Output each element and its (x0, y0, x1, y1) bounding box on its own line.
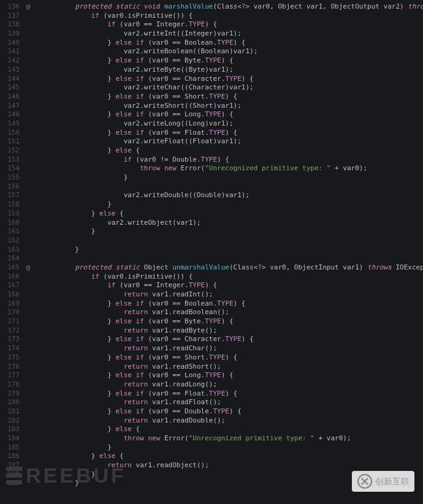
code-line[interactable]: } else if (var0 == Double.TYPE) { (34, 407, 423, 416)
code-line[interactable]: throw new Error("Unrecognized primitive … (34, 164, 423, 173)
line-number: 188 (0, 470, 20, 480)
line-number: 171 (0, 317, 20, 326)
code-line[interactable]: } (34, 246, 423, 255)
gutter-marker (22, 407, 34, 416)
gutter-marker (22, 47, 34, 56)
code-line[interactable]: var2.writeDouble((Double)var1); (34, 191, 423, 200)
code-line[interactable]: var2.writeInt((Integer)var1); (34, 29, 423, 39)
code-line[interactable]: if (var0 == Integer.TYPE) { (34, 281, 423, 290)
line-number: 167 (0, 281, 20, 290)
code-line[interactable]: if (var0.isPrimitive()) { (34, 12, 423, 21)
line-number: 142 (0, 56, 20, 66)
code-line[interactable]: var2.writeByte((Byte)var1); (34, 66, 423, 75)
code-line[interactable]: } (34, 443, 423, 453)
line-number: 187 (0, 461, 20, 470)
code-line[interactable]: } (34, 227, 423, 236)
code-line[interactable]: } else if (var0 == Boolean.TYPE) { (34, 39, 423, 48)
code-line[interactable]: return var1.readShort(); (34, 363, 423, 372)
code-line[interactable]: return var1.readByte(); (34, 326, 423, 336)
gutter-marker (22, 66, 34, 75)
code-line[interactable]: return var1.readInt(); (34, 290, 423, 299)
gutter-marker (22, 102, 34, 111)
gutter-marker (22, 182, 34, 192)
code-line[interactable]: } (34, 470, 423, 480)
code-line[interactable]: return var1.readChar(); (34, 344, 423, 353)
code-line[interactable]: } (34, 173, 423, 182)
line-number: 169 (0, 299, 20, 309)
code-line[interactable]: } else if (var0 == Byte.TYPE) { (34, 317, 423, 326)
gutter-marker (22, 452, 34, 461)
line-number: 181 (0, 407, 20, 416)
gutter-marker (22, 335, 34, 344)
gutter-marker (22, 461, 34, 470)
code-line[interactable] (34, 236, 423, 246)
line-number: 146 (0, 92, 20, 102)
code-line[interactable]: } else if (var0 == Short.TYPE) { (34, 353, 423, 363)
code-line[interactable]: return var1.readBoolean(); (34, 308, 423, 317)
line-number: 156 (0, 182, 20, 192)
code-line[interactable]: return var1.readDouble(); (34, 416, 423, 426)
code-line[interactable]: } else if (var0 == Float.TYPE) { (34, 129, 423, 138)
line-number: 159 (0, 209, 20, 219)
code-line[interactable]: if (var0 != Double.TYPE) { (34, 156, 423, 165)
line-number: 139 (0, 29, 20, 39)
code-line[interactable]: } else { (34, 146, 423, 156)
code-line[interactable]: var2.writeLong((Long)var1); (34, 119, 423, 129)
code-line[interactable]: var2.writeObject(var1); (34, 219, 423, 228)
code-line[interactable]: throw new Error("Unrecognized primitive … (34, 434, 423, 443)
code-line[interactable]: return var1.readFloat(); (34, 398, 423, 407)
gutter-marker (22, 227, 34, 236)
code-line[interactable]: return var1.readObject(); (34, 461, 423, 470)
code-line[interactable]: } else if (var0 == Byte.TYPE) { (34, 56, 423, 66)
code-line[interactable]: protected static void marshalValue(Class… (34, 2, 423, 12)
code-line[interactable]: protected static Object unmarshalValue(C… (34, 263, 423, 273)
line-number: 144 (0, 75, 20, 84)
code-line[interactable] (34, 182, 423, 192)
code-line[interactable]: return var1.readLong(); (34, 380, 423, 389)
code-line[interactable]: var2.writeFloat((Float)var1); (34, 137, 423, 146)
line-number: 176 (0, 363, 20, 372)
code-line[interactable]: if (var0 == Integer.TYPE) { (34, 20, 423, 29)
line-number: 172 (0, 326, 20, 336)
code-line[interactable]: } else if (var0 == Float.TYPE) { (34, 389, 423, 399)
line-number: 149 (0, 119, 20, 129)
code-line[interactable]: } else { (34, 425, 423, 434)
line-number: 177 (0, 371, 20, 380)
gutter-marker (22, 443, 34, 453)
code-line[interactable]: var2.writeShort((Short)var1); (34, 102, 423, 111)
gutter-marker (22, 146, 34, 156)
code-line[interactable]: var2.writeBoolean((Boolean)var1); (34, 47, 423, 56)
code-line[interactable] (34, 254, 423, 263)
code-line[interactable]: } else if (var0 == Long.TYPE) { (34, 110, 423, 119)
line-number: 168 (0, 290, 20, 299)
code-line[interactable]: } (34, 200, 423, 209)
code-line[interactable]: } else if (var0 == Character.TYPE) { (34, 75, 423, 84)
gutter-marker (22, 75, 34, 84)
code-line[interactable]: var2.writeChar((Character)var1); (34, 83, 423, 92)
code-area[interactable]: protected static void marshalValue(Class… (34, 0, 423, 504)
gutter-marker (22, 56, 34, 66)
code-editor[interactable]: 1361371381391401411421431441451461471481… (0, 0, 423, 504)
line-number: 155 (0, 173, 20, 182)
gutter-marker (22, 254, 34, 263)
code-line[interactable]: } else if (var0 == Short.TYPE) { (34, 92, 423, 102)
line-number: 154 (0, 164, 20, 173)
line-number: 183 (0, 425, 20, 434)
code-line[interactable]: } else { (34, 452, 423, 461)
gutter-marker (22, 20, 34, 29)
line-number: 166 (0, 273, 20, 282)
line-number: 158 (0, 200, 20, 209)
code-line[interactable]: } else { (34, 209, 423, 219)
line-number: 151 (0, 137, 20, 146)
gutter-marker (22, 12, 34, 21)
line-number: 182 (0, 416, 20, 426)
gutter-marker (22, 219, 34, 228)
gutter-marker (22, 425, 34, 434)
code-line[interactable]: } else if (var0 == Character.TYPE) { (34, 335, 423, 344)
code-line[interactable]: if (var0.isPrimitive()) { (34, 273, 423, 282)
line-number: 161 (0, 227, 20, 236)
code-line[interactable]: } else if (var0 == Boolean.TYPE) { (34, 299, 423, 309)
code-line[interactable]: } else if (var0 == Long.TYPE) { (34, 371, 423, 380)
code-line[interactable]: } (34, 479, 423, 488)
line-number: 170 (0, 308, 20, 317)
